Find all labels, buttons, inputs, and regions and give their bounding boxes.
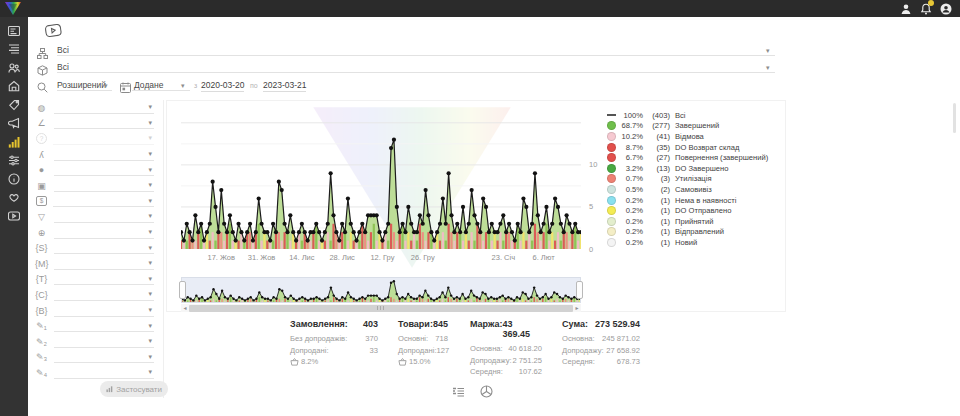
legend-item[interactable]: 6.7%(27)Повернення (завершений) <box>607 152 785 163</box>
legend-item[interactable]: 3.2%(13)DO Завершено <box>607 163 785 174</box>
filter-select-custom-4[interactable]: ▾ <box>54 367 154 379</box>
date-to-input[interactable]: 2023-03-21 <box>263 80 306 92</box>
search-mode-select[interactable]: Розширений <box>57 80 106 90</box>
stat-title: Маржа:43 369.45 <box>470 319 542 339</box>
nav-item-orders-list-icon[interactable] <box>7 43 21 56</box>
legend-dot-swatch <box>607 238 616 247</box>
vertical-scrollbar[interactable] <box>953 103 956 133</box>
custom-1-icon: ✎₁ <box>35 321 48 331</box>
nav-item-marketing-icon[interactable] <box>7 117 21 130</box>
app-root: Всі ▾ Всі ▾ Розширений ▾ Додане ▾ з 2020… <box>0 0 960 416</box>
legend-item[interactable]: 8.7%(35)DO Возврат склад <box>607 142 785 153</box>
scroll-right-icon[interactable]: ▸ <box>573 304 581 312</box>
bell-icon[interactable] <box>919 2 932 15</box>
filter-select-hierarchy[interactable]: ▾ <box>54 149 154 161</box>
sphere-icon: ◍ <box>35 103 48 113</box>
minimap-handle-left[interactable] <box>179 281 186 299</box>
x-tick-label: 12. Гру <box>370 253 394 262</box>
apply-button[interactable]: Застосувати <box>100 381 168 397</box>
legend-label: DO Отправлено <box>675 206 731 215</box>
chevron-down-icon: ▾ <box>148 228 152 236</box>
legend-dot-swatch <box>607 143 616 152</box>
filter-row-trend: ∠▾ <box>28 116 162 132</box>
legend-item[interactable]: 10.2%(41)Відмова <box>607 131 785 142</box>
filter-select-group[interactable]: Всі <box>57 45 69 55</box>
legend-dot-swatch <box>607 164 616 173</box>
legend-count: (1) <box>643 217 670 226</box>
chart-minimap[interactable] <box>181 277 581 303</box>
filter-select-var-m[interactable]: ▾ <box>54 258 154 270</box>
filter-select-money[interactable]: ▾ <box>53 195 154 207</box>
x-tick-label: 31. Жов <box>248 253 276 262</box>
legend-item[interactable]: 0.2%(1)DO Отправлено <box>607 205 785 216</box>
filter-select-product[interactable]: Всі <box>57 62 69 72</box>
chevron-down-icon: ▾ <box>181 82 185 90</box>
legend-dot-swatch <box>607 196 616 205</box>
nav-item-info-icon[interactable] <box>7 172 21 185</box>
date-from-input[interactable]: 2020-03-20 <box>201 80 244 92</box>
filter-select-globe[interactable]: ▾ <box>54 227 154 239</box>
scrollbar-thumb[interactable] <box>189 305 573 312</box>
nav-item-warehouse-icon[interactable] <box>7 80 21 93</box>
date-field-select[interactable]: Додане <box>134 80 164 90</box>
legend-item[interactable]: 0.2%(1)Відправлений <box>607 227 785 238</box>
var-s-icon: {S} <box>35 243 48 253</box>
list-view-icon[interactable] <box>452 384 465 396</box>
topbar-actions <box>899 2 952 15</box>
pie-view-icon[interactable] <box>480 384 493 396</box>
legend-item[interactable]: 0.5%(2)Самовивіз <box>607 184 785 195</box>
filter-select-package[interactable]: ▾ <box>54 180 154 192</box>
filter-select-var-t[interactable]: ▾ <box>54 273 154 285</box>
legend-dot-swatch <box>607 217 616 226</box>
filter-select-custom-2[interactable]: ▾ <box>54 336 154 348</box>
nav-item-video-tutorials-icon[interactable] <box>7 209 21 222</box>
filter-select-custom-1[interactable]: ▾ <box>54 320 154 332</box>
x-tick-label: 28. Лис <box>329 253 354 262</box>
x-tick-label: 14. Лис <box>289 253 314 262</box>
filter-select-funnel[interactable]: ▾ <box>54 211 154 223</box>
legend-item[interactable]: 0.2%(1)Новий <box>607 237 785 248</box>
chevron-down-icon: ▾ <box>148 212 152 220</box>
avatar-icon[interactable] <box>939 2 952 15</box>
filter-select-sphere[interactable]: ▾ <box>54 102 154 114</box>
nav-item-analytics-icon[interactable] <box>7 135 21 148</box>
filter-select-var-c[interactable]: ▾ <box>54 289 154 301</box>
orders-chart[interactable] <box>181 106 581 249</box>
chevron-down-icon: ▾ <box>148 337 152 345</box>
filter-select-custom-3[interactable]: ▾ <box>54 351 154 363</box>
legend-count: (1) <box>643 206 670 215</box>
filter-select-help[interactable]: ▾ <box>53 133 154 145</box>
filter-row-globe: ⊕▾ <box>28 225 162 241</box>
video-help-icon[interactable] <box>44 22 63 42</box>
legend-label: DO Возврат склад <box>675 143 739 152</box>
legend-item[interactable]: 100%(403)Всі <box>607 110 785 121</box>
nav-item-support-heart-icon[interactable] <box>7 191 21 204</box>
minimap-handle-right[interactable] <box>576 281 583 299</box>
scroll-left-icon[interactable]: ◂ <box>181 304 189 312</box>
x-tick-label: 26. Гру <box>411 253 435 262</box>
filter-select-trend[interactable]: ▾ <box>54 117 154 129</box>
nav-item-clients-icon[interactable] <box>7 61 21 74</box>
legend-item[interactable]: 0.2%(1)Нема в наявності <box>607 195 785 206</box>
filter-row-money: $▾ <box>28 194 162 210</box>
filter-select-var-s[interactable]: ▾ <box>54 242 154 254</box>
filter-row-var-s: {S}▾ <box>28 240 162 256</box>
nav-item-cards-icon[interactable] <box>7 24 21 37</box>
nav-item-settings-sliders-icon[interactable] <box>7 154 21 167</box>
filter-select-var-b[interactable]: ▾ <box>54 305 154 317</box>
legend-item[interactable]: 0.7%(3)Утилізація <box>607 174 785 185</box>
nav-item-sales-tag-icon[interactable] <box>7 98 21 111</box>
stat-subrow: Допродажу:27 658.92 <box>562 345 640 357</box>
user-icon[interactable] <box>899 2 912 15</box>
search-icon[interactable] <box>37 79 48 90</box>
app-logo-icon[interactable] <box>4 1 22 16</box>
chevron-down-icon: ▾ <box>148 197 152 205</box>
legend-item[interactable]: 68.7%(277)Завершений <box>607 121 785 132</box>
chevron-down-icon: ▾ <box>148 103 152 111</box>
money-icon: $ <box>36 196 47 206</box>
filter-select-marker[interactable]: ▾ <box>54 164 154 176</box>
funnel-icon: ▽ <box>35 212 48 222</box>
legend-item[interactable]: 0.2%(1)Прийнятий <box>607 216 785 227</box>
horizontal-scrollbar[interactable]: ◂ ▸ <box>181 304 581 312</box>
stat-subrow: Середня:107.62 <box>470 366 542 378</box>
